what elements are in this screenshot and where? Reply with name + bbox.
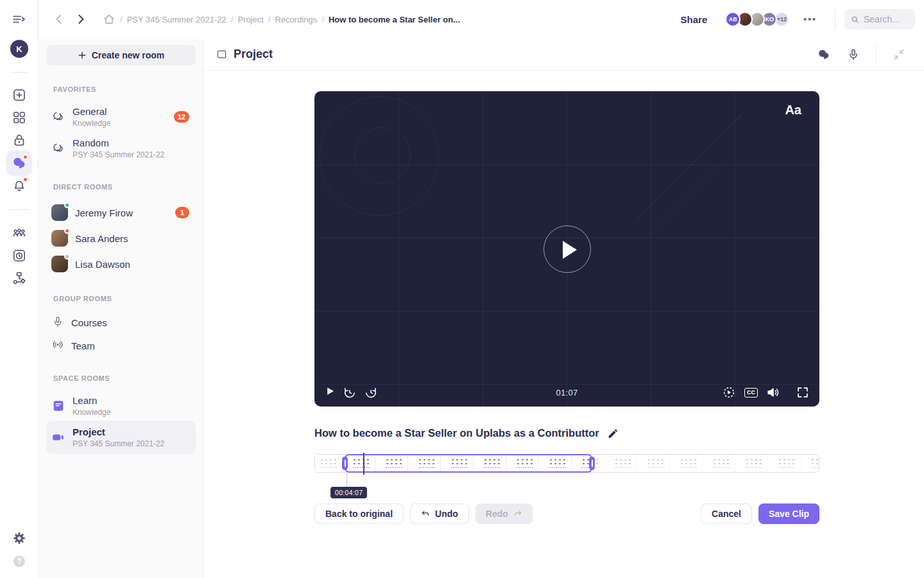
volume-icon[interactable] — [766, 385, 780, 399]
rooms-sidebar: Create new room FAVORITES General Knowle… — [38, 39, 203, 578]
add-icon[interactable] — [12, 87, 27, 103]
clip-timeline[interactable]: 00:04:07 — [314, 454, 819, 473]
avatar-initials[interactable]: AB — [725, 12, 740, 27]
back-arrow-icon[interactable] — [51, 12, 67, 27]
apps-grid-icon[interactable] — [12, 110, 27, 125]
trim-handle-right[interactable] — [589, 457, 595, 470]
redo-button[interactable]: Redo — [475, 504, 533, 524]
breadcrumb-project[interactable]: Project — [237, 15, 263, 24]
chat-icon[interactable] — [12, 155, 27, 171]
presence-busy-dot — [64, 228, 70, 234]
sidebar-item-courses[interactable]: Courses — [46, 312, 196, 333]
room-header: Project — [203, 39, 924, 71]
group-rooms-section-label: GROUP ROOMS — [53, 295, 112, 302]
avatar — [51, 230, 68, 247]
rail-divider — [10, 72, 28, 73]
fullscreen-icon[interactable] — [796, 385, 810, 399]
person-name: Lisa Dawson — [75, 259, 130, 270]
chat-bubbles-icon — [51, 110, 65, 124]
timeline-unselected-right — [592, 455, 819, 472]
share-button[interactable]: Share — [681, 14, 708, 25]
back-to-original-button[interactable]: Back to original — [314, 504, 404, 524]
sidebar-item-project[interactable]: Project PSY 345 Summer 2021-22 — [46, 421, 196, 454]
back-to-original-label: Back to original — [325, 509, 393, 519]
bell-icon[interactable] — [12, 179, 27, 194]
breadcrumb-space[interactable]: PSY 345 Summer 2021-22 — [127, 15, 227, 24]
trim-selection[interactable] — [345, 454, 592, 473]
forward-arrow-icon[interactable] — [73, 12, 89, 27]
video-player[interactable]: Aa 01:07 CC — [314, 91, 819, 407]
search-box[interactable] — [844, 9, 915, 30]
lock-icon[interactable] — [12, 132, 27, 148]
room-mic-icon[interactable] — [846, 48, 860, 62]
sidebar-item-team[interactable]: Team — [46, 335, 196, 356]
trim-handle-left[interactable] — [342, 457, 348, 470]
captions-icon[interactable]: CC — [744, 388, 758, 398]
person-name: Sara Anders — [75, 233, 128, 244]
save-clip-button[interactable]: Save Clip — [758, 504, 819, 524]
sidebar-item-learn[interactable]: Learn Knowledge — [46, 392, 196, 420]
people-icon[interactable] — [12, 225, 27, 241]
breadcrumb-separator: / — [120, 15, 123, 24]
video-camera-icon — [51, 430, 65, 444]
user-avatar[interactable]: K — [10, 40, 28, 58]
play-button[interactable] — [324, 385, 336, 399]
main-content: Project Aa — [203, 39, 924, 578]
playhead[interactable] — [363, 453, 364, 475]
sidebar-item-jeremy-firow[interactable]: Jeremy Firow 1 — [46, 200, 196, 225]
edit-pencil-icon[interactable] — [607, 428, 619, 439]
player-controls: 01:07 CC — [314, 378, 819, 407]
timestamp-tooltip: 00:04:07 — [330, 487, 367, 498]
player-deco-line — [648, 163, 721, 236]
help-icon[interactable]: ? — [12, 554, 27, 569]
room-subtitle: Knowledge — [73, 408, 110, 417]
breadcrumb-recordings[interactable]: Recordings — [275, 15, 317, 24]
breadcrumb-current: How to become a Star Seller on... — [329, 15, 460, 24]
direct-rooms-section-label: DIRECT ROOMS — [53, 183, 113, 191]
play-overlay-button[interactable] — [543, 225, 591, 273]
sidebar-item-sara-anders[interactable]: Sara Anders — [46, 226, 196, 250]
sidebar-item-random[interactable]: Random PSY 345 Summer 2021-22 — [46, 134, 196, 162]
header-divider — [876, 46, 877, 64]
rail-divider — [10, 209, 28, 210]
save-clip-label: Save Clip — [769, 509, 809, 519]
room-name: Project — [73, 426, 164, 437]
tooltip-connector — [346, 473, 347, 487]
room-subtitle: PSY 345 Summer 2021-22 — [73, 439, 164, 448]
participant-avatars[interactable]: AB KO +12 — [725, 12, 789, 27]
forward-10-icon[interactable] — [364, 385, 378, 399]
clip-title-row: How to become a Star Seller on Uplabs as… — [314, 427, 619, 439]
frame-icon — [216, 49, 227, 60]
clip-title: How to become a Star Seller on Uplabs as… — [314, 427, 599, 439]
chat-bubbles-icon — [51, 141, 65, 155]
room-name: Team — [71, 340, 95, 351]
cancel-button[interactable]: Cancel — [701, 504, 752, 524]
icon-rail: K ? — [0, 0, 38, 578]
sidebar-item-general[interactable]: General Knowledge 12 — [46, 103, 196, 131]
schedule-icon[interactable] — [12, 248, 27, 263]
more-options-icon[interactable]: ••• — [803, 14, 817, 24]
avatar — [51, 204, 68, 221]
undo-button[interactable]: Undo — [410, 504, 469, 524]
settings-gear-icon[interactable] — [12, 530, 27, 546]
sidebar-toggle-icon[interactable] — [12, 12, 27, 27]
home-icon[interactable] — [103, 13, 116, 26]
person-name: Jeremy Firow — [75, 207, 133, 218]
player-deco-circle — [354, 127, 411, 184]
playback-speed-icon[interactable] — [722, 385, 736, 399]
collapse-icon[interactable] — [892, 48, 906, 62]
bell-notification-dot — [22, 177, 28, 182]
search-input[interactable] — [864, 14, 909, 24]
room-subtitle: PSY 345 Summer 2021-22 — [73, 150, 164, 159]
workflow-icon[interactable] — [12, 270, 27, 286]
create-new-room-button[interactable]: Create new room — [46, 45, 196, 66]
unread-badge: 1 — [175, 207, 189, 218]
presence-online-dot — [64, 202, 70, 208]
sidebar-item-lisa-dawson[interactable]: Lisa Dawson — [46, 252, 196, 276]
room-chat-icon[interactable] — [817, 48, 831, 62]
favorites-section-label: FAVORITES — [53, 85, 96, 93]
room-subtitle: Knowledge — [73, 119, 110, 128]
create-new-room-label: Create new room — [92, 50, 165, 60]
room-name: General — [73, 106, 110, 117]
rewind-10-icon[interactable] — [343, 385, 357, 399]
